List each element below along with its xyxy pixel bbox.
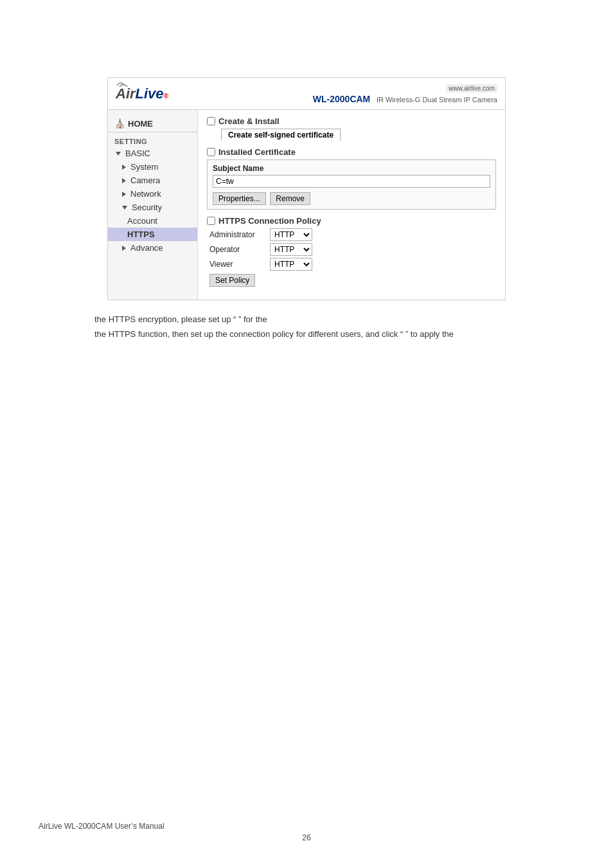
properties-button[interactable]: Properties... xyxy=(213,192,266,205)
sidebar-item-advance[interactable]: Advance xyxy=(108,241,197,255)
manual-label: AirLive WL-2000CAM User’s Manual xyxy=(0,822,164,831)
content-area: Create & Install Create self-signed cert… xyxy=(198,110,505,300)
header: AirLive® www.airlive.com WL-2000CAM IR W… xyxy=(108,78,505,110)
policy-row-operator: Operator HTTP HTTPS xyxy=(209,243,496,256)
sidebar-item-basic[interactable]: BASIC xyxy=(108,147,197,160)
create-install-header: Create & Install xyxy=(207,116,496,126)
policy-row-viewer: Viewer HTTP HTTPS xyxy=(209,258,496,271)
setting-label: SETTING xyxy=(108,136,197,147)
sidebar: ⛪ HOME SETTING BASIC System Camera xyxy=(108,110,198,300)
create-install-section: Create & Install Create self-signed cert… xyxy=(207,116,496,141)
sidebar-item-security[interactable]: Security xyxy=(108,201,197,214)
cert-value-input[interactable] xyxy=(213,175,490,188)
set-policy-button[interactable]: Set Policy xyxy=(209,274,255,287)
sidebar-item-system[interactable]: System xyxy=(108,160,197,174)
policy-rows-container: Administrator HTTP HTTPS Operator HTTP H… xyxy=(207,228,496,287)
logo-text: AirLive® xyxy=(116,86,168,102)
footer-line1: the HTTPS encryption, please set up “ ” … xyxy=(94,312,519,327)
installed-cert-area: Subject Name Properties... Remove xyxy=(207,159,496,210)
sidebar-item-network[interactable]: Network xyxy=(108,187,197,201)
installed-cert-section: Installed Certificate Subject Name Prope… xyxy=(207,147,496,210)
https-policy-section: HTTPS Connection Policy Administrator HT… xyxy=(207,216,496,287)
arrow-right-icon xyxy=(122,246,126,251)
footer-text: the HTTPS encryption, please set up “ ” … xyxy=(82,312,531,342)
page-footer: AirLive WL-2000CAM User’s Manual 26 xyxy=(0,822,613,842)
header-right: www.airlive.com WL-2000CAM IR Wireless-G… xyxy=(313,83,497,104)
arrow-down-icon xyxy=(116,152,121,156)
sidebar-item-account[interactable]: Account xyxy=(108,214,197,228)
https-policy-checkbox[interactable] xyxy=(207,217,215,225)
policy-select-operator[interactable]: HTTP HTTPS xyxy=(270,243,312,256)
logo: AirLive® xyxy=(116,86,168,102)
create-self-signed-tab[interactable]: Create self-signed certificate xyxy=(221,129,341,141)
arrow-right-icon xyxy=(122,192,126,197)
arrow-right-icon xyxy=(122,165,126,170)
installed-cert-header: Installed Certificate xyxy=(207,147,496,157)
subject-name-label: Subject Name xyxy=(213,164,490,173)
https-policy-header: HTTPS Connection Policy xyxy=(207,216,496,226)
sidebar-item-camera[interactable]: Camera xyxy=(108,174,197,187)
create-install-checkbox[interactable] xyxy=(207,117,215,125)
arrow-right-icon xyxy=(122,178,126,183)
policy-select-viewer[interactable]: HTTP HTTPS xyxy=(270,258,312,271)
arrow-down-icon xyxy=(122,206,127,210)
sidebar-item-https[interactable]: HTTPS xyxy=(108,228,197,241)
page-number: 26 xyxy=(302,833,310,842)
remove-button[interactable]: Remove xyxy=(270,192,310,205)
sidebar-home[interactable]: ⛪ HOME xyxy=(108,115,197,132)
policy-select-admin[interactable]: HTTP HTTPS xyxy=(270,228,312,241)
header-url-badge: www.airlive.com xyxy=(313,83,497,93)
home-icon: ⛪ xyxy=(114,118,125,129)
installed-cert-checkbox[interactable] xyxy=(207,148,215,156)
footer-line2: the HTTPS function, then set up the conn… xyxy=(94,327,519,341)
policy-row-admin: Administrator HTTP HTTPS xyxy=(209,228,496,241)
